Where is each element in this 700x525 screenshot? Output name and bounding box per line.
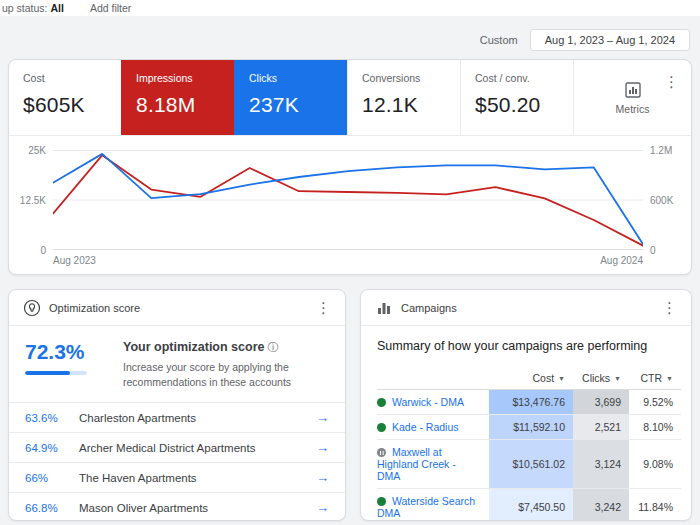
campaign-name-cell: Maxwell at Highland Creek - DMA bbox=[377, 440, 489, 489]
campaign-name-cell: Warwick - DMA bbox=[377, 390, 489, 415]
scorecard-clicks[interactable]: Clicks 237K bbox=[234, 60, 347, 135]
lightbulb-icon bbox=[23, 299, 41, 317]
scorecard-conversions[interactable]: Conversions 12.1K bbox=[347, 60, 460, 135]
ctr-cell: 11.84% bbox=[629, 489, 681, 522]
optimization-heading-text: Your optimization score bbox=[123, 340, 264, 354]
scorecard-cost-per-conv[interactable]: Cost / conv. $50.20 bbox=[460, 60, 573, 135]
campaign-row: Kade - Radius $11,592.10 2,521 8.10% bbox=[377, 415, 681, 440]
status-filter-value: All bbox=[50, 2, 63, 14]
x-axis-tick: Aug 2024 bbox=[600, 255, 643, 266]
account-name: The Haven Apartments bbox=[79, 472, 316, 484]
google-ads-overview-page: { "icons": { "kebab": "⋮", "sort_down": … bbox=[0, 0, 700, 525]
info-icon[interactable]: ⓘ bbox=[267, 341, 278, 353]
arrow-right-icon[interactable]: → bbox=[316, 500, 329, 515]
scorecard-value: $605K bbox=[23, 93, 107, 117]
optimization-heading: Your optimization scoreⓘ bbox=[123, 340, 329, 355]
campaign-row: Waterside Search DMA $7,450.50 3,242 11.… bbox=[377, 489, 681, 522]
account-score: 63.6% bbox=[25, 412, 79, 424]
campaign-row: Warwick - DMA $13,476.76 3,699 9.52% bbox=[377, 390, 681, 415]
campaign-name-link[interactable]: Warwick - DMA bbox=[392, 396, 464, 408]
left-axis-tick: 25K bbox=[28, 145, 46, 156]
ctr-cell: 9.52% bbox=[629, 390, 681, 415]
right-axis-tick: 1.2M bbox=[650, 145, 672, 156]
campaign-name-link[interactable]: Kade - Radius bbox=[392, 421, 459, 433]
cost-cell: $11,592.10 bbox=[489, 415, 573, 440]
campaigns-table-header-row: Cost▼ Clicks▼ CTR▼ bbox=[377, 367, 681, 390]
optimization-card-title: Optimization score bbox=[49, 302, 304, 314]
column-header-label: CTR bbox=[640, 372, 662, 384]
campaign-name-cell: Kade - Radius bbox=[377, 415, 489, 440]
clicks-cell: 3,242 bbox=[573, 489, 629, 522]
status-filter-label: up status: bbox=[2, 2, 48, 14]
left-axis: 25K 12.5K 0 bbox=[9, 150, 53, 250]
campaigns-table: Cost▼ Clicks▼ CTR▼ Warwick - DMA $13,476… bbox=[377, 367, 681, 521]
column-header-label: Cost bbox=[532, 372, 554, 384]
scorecard-label: Cost bbox=[23, 72, 107, 84]
account-score: 66.8% bbox=[25, 502, 79, 514]
sort-down-icon[interactable]: ▼ bbox=[558, 375, 565, 382]
optimization-text-block: Your optimization scoreⓘ Increase your s… bbox=[123, 340, 329, 390]
overview-menu-button[interactable]: ⋮ bbox=[660, 72, 683, 91]
ctr-cell: 9.08% bbox=[629, 440, 681, 489]
status-dot-icon bbox=[377, 448, 386, 457]
optimization-progress-fill bbox=[25, 371, 70, 375]
account-name: Archer Medical District Apartments bbox=[79, 442, 316, 454]
campaign-name-link[interactable]: Waterside Search DMA bbox=[377, 495, 475, 519]
x-axis-tick: Aug 2023 bbox=[53, 255, 96, 266]
scorecard-label: Clicks bbox=[249, 72, 333, 84]
account-row[interactable]: 63.6% Charleston Apartments → bbox=[9, 402, 345, 432]
left-axis-tick: 12.5K bbox=[20, 195, 46, 206]
column-header-ctr[interactable]: CTR▼ bbox=[629, 367, 681, 390]
metrics-icon bbox=[624, 81, 642, 99]
arrow-right-icon[interactable]: → bbox=[316, 410, 329, 425]
bottom-cards-row: Optimization score ⋮ 72.3% Your optimiza… bbox=[8, 289, 692, 521]
column-header-label: Clicks bbox=[582, 372, 610, 384]
right-axis-tick: 600K bbox=[650, 195, 673, 206]
optimization-progress-bar bbox=[25, 371, 87, 375]
campaigns-menu-button[interactable]: ⋮ bbox=[658, 298, 681, 317]
date-range-selector[interactable]: Aug 1, 2023 – Aug 1, 2024 bbox=[530, 29, 690, 51]
campaigns-card: Campaigns ⋮ Summary of how your campaign… bbox=[360, 289, 692, 521]
campaign-row: Maxwell at Highland Creek - DMA $10,561.… bbox=[377, 440, 681, 489]
status-filter-chip[interactable]: up status: All bbox=[2, 2, 64, 14]
optimization-description: Increase your score by applying the reco… bbox=[123, 360, 329, 390]
arrow-right-icon[interactable]: → bbox=[316, 470, 329, 485]
campaigns-summary-text: Summary of how your campaigns are perfor… bbox=[377, 339, 675, 353]
scorecard-value: 12.1K bbox=[362, 93, 446, 117]
scorecard-cost[interactable]: Cost $605K bbox=[9, 60, 121, 135]
optimization-menu-button[interactable]: ⋮ bbox=[312, 298, 335, 317]
account-score: 66% bbox=[25, 472, 79, 484]
date-range-row: Custom Aug 1, 2023 – Aug 1, 2024 bbox=[0, 29, 690, 51]
cost-cell: $7,450.50 bbox=[489, 489, 573, 522]
account-row[interactable]: 66.8% Mason Oliver Apartments → bbox=[9, 492, 345, 521]
metrics-button[interactable]: ⋮ Metrics bbox=[573, 60, 691, 135]
clicks-cell: 3,124 bbox=[573, 440, 629, 489]
sort-down-icon[interactable]: ▼ bbox=[666, 375, 673, 382]
right-axis: 1.2M 600K 0 bbox=[643, 150, 691, 250]
column-header-cost[interactable]: Cost▼ bbox=[489, 367, 573, 390]
status-dot-icon bbox=[377, 398, 386, 407]
account-score-list: 63.6% Charleston Apartments → 64.9% Arch… bbox=[9, 402, 345, 521]
column-header-clicks[interactable]: Clicks▼ bbox=[573, 367, 629, 390]
account-name: Charleston Apartments bbox=[79, 412, 316, 424]
campaigns-body: Summary of how your campaigns are perfor… bbox=[361, 326, 691, 521]
sort-down-icon[interactable]: ▼ bbox=[614, 375, 621, 382]
account-row[interactable]: 66% The Haven Apartments → bbox=[9, 462, 345, 492]
scorecard-label: Cost / conv. bbox=[475, 72, 559, 84]
right-axis-tick: 0 bbox=[650, 245, 656, 256]
top-filter-bar: up status: All Add filter bbox=[0, 0, 700, 16]
campaign-name-link[interactable]: Maxwell at Highland Creek - DMA bbox=[377, 446, 456, 482]
add-filter-button[interactable]: Add filter bbox=[90, 2, 131, 14]
campaigns-card-header: Campaigns ⋮ bbox=[361, 290, 691, 326]
left-axis-tick: 0 bbox=[40, 245, 46, 256]
overview-card: Cost $605K Impressions 8.18M Clicks 237K… bbox=[8, 59, 692, 275]
scorecard-impressions[interactable]: Impressions 8.18M bbox=[121, 60, 234, 135]
date-preset-label: Custom bbox=[480, 34, 518, 46]
scorecard-label: Conversions bbox=[362, 72, 446, 84]
scorecard-row: Cost $605K Impressions 8.18M Clicks 237K… bbox=[9, 60, 691, 136]
cost-cell: $10,561.02 bbox=[489, 440, 573, 489]
ctr-cell: 8.10% bbox=[629, 415, 681, 440]
account-row[interactable]: 64.9% Archer Medical District Apartments… bbox=[9, 432, 345, 462]
account-name: Mason Oliver Apartments bbox=[79, 502, 316, 514]
arrow-right-icon[interactable]: → bbox=[316, 440, 329, 455]
